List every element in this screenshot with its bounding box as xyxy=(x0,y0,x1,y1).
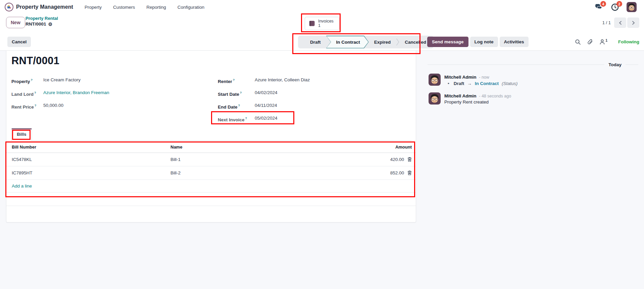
col-name[interactable]: Name xyxy=(170,144,353,150)
form-status-bar: Cancel Draft In Contract Expired Cancell… xyxy=(0,33,644,51)
bill-number-cell[interactable]: IC5478KL xyxy=(6,157,170,162)
send-message-button[interactable]: Send message xyxy=(427,37,468,47)
message-avatar[interactable] xyxy=(429,74,441,86)
chatter-message: Mitchell Admin - now • Draft → In Contra… xyxy=(429,74,517,86)
new-button[interactable]: New xyxy=(6,17,25,28)
stage-cancelled[interactable]: Cancelled xyxy=(399,40,432,45)
message-avatar[interactable] xyxy=(429,92,441,105)
book-icon xyxy=(308,20,315,27)
search-icon xyxy=(575,39,581,45)
field-next-invoice: Next Invoice? 05/02/2024 xyxy=(218,116,278,123)
end-date-label: End Date xyxy=(218,105,238,110)
main-menu: Property Customers Reporting Configurati… xyxy=(85,5,204,10)
tracking-new-value: In Contract xyxy=(475,81,499,86)
message-author[interactable]: Mitchell Admin xyxy=(444,93,477,98)
menu-item-reporting[interactable]: Reporting xyxy=(146,5,166,10)
menu-item-property[interactable]: Property xyxy=(85,5,102,10)
form-content-area: RNT/0001 Property? Ice Cream Factory Lan… xyxy=(0,51,644,289)
activities-button[interactable]: Activities xyxy=(500,37,529,47)
breadcrumb-current: RNT/0001 xyxy=(26,22,46,27)
col-amount[interactable]: Amount xyxy=(353,144,416,150)
stage-in-contract-label: In Contract xyxy=(326,40,369,45)
end-date-value[interactable]: 04/11/2024 xyxy=(255,103,277,108)
avatar-image xyxy=(429,74,441,86)
tracking-old-value: Draft xyxy=(454,81,464,86)
app-logo-icon[interactable] xyxy=(5,3,13,11)
chatter-toolbar: Send message Log note Activities xyxy=(427,37,529,47)
help-icon[interactable]: ? xyxy=(233,78,235,82)
start-date-value[interactable]: 04/02/2024 xyxy=(255,90,278,95)
top-navbar: Property Management Property Customers R… xyxy=(0,0,644,14)
bill-row-1[interactable]: IC5478KL Bill-1 420.00 xyxy=(6,153,416,166)
bill-amount-cell[interactable]: 852.00 xyxy=(390,170,404,175)
field-property: Property? Ice Cream Factory xyxy=(11,77,81,84)
next-invoice-value[interactable]: 05/02/2024 xyxy=(255,116,278,121)
pager-next-button[interactable] xyxy=(627,17,639,28)
messages-menu[interactable]: 4 xyxy=(594,3,603,11)
user-avatar[interactable] xyxy=(627,2,637,12)
message-time: - now xyxy=(479,75,489,80)
land-lord-value-link[interactable]: Azure Interior, Brandon Freeman xyxy=(43,90,109,95)
stage-draft[interactable]: Draft xyxy=(305,40,326,45)
control-panel: New Property Rental RNT/0001 ⚙ Invoices … xyxy=(0,14,644,33)
following-button[interactable]: Following xyxy=(618,39,639,44)
tab-bills[interactable]: Bills xyxy=(11,128,32,141)
follower-count: 1 xyxy=(605,38,607,42)
bill-number-cell[interactable]: IC7895HT xyxy=(6,170,170,175)
log-note-button[interactable]: Log note xyxy=(470,37,498,47)
cancel-button[interactable]: Cancel xyxy=(7,37,31,47)
search-messages-button[interactable] xyxy=(575,39,581,45)
record-title: RNT/0001 xyxy=(11,55,59,67)
bill-amount-cell[interactable]: 420.00 xyxy=(390,157,404,162)
help-icon[interactable]: ? xyxy=(240,91,242,94)
chevron-left-icon xyxy=(618,20,622,25)
invoices-smart-button[interactable]: Invoices 1 xyxy=(305,17,340,30)
activities-menu[interactable]: 2 xyxy=(610,3,619,11)
message-author[interactable]: Mitchell Admin xyxy=(444,75,477,80)
message-body: Property Rent created xyxy=(444,99,511,105)
help-icon[interactable]: ? xyxy=(34,91,36,94)
bullet: • xyxy=(448,81,449,86)
bill-row-2[interactable]: IC7895HT Bill-2 852.00 xyxy=(6,166,416,180)
land-lord-label: Land Lord xyxy=(11,92,34,97)
date-divider: Today xyxy=(428,62,638,67)
invoices-button-count: 1 xyxy=(318,23,320,28)
pager: 1 / 1 xyxy=(602,17,639,28)
pager-previous-button[interactable] xyxy=(614,17,626,28)
followers-button[interactable]: 1 xyxy=(599,39,607,45)
stage-separator-chevron-icon xyxy=(396,38,399,46)
add-line-row: Add a line xyxy=(6,180,416,193)
start-date-label: Start Date xyxy=(218,92,239,97)
gear-icon[interactable]: ⚙ xyxy=(48,22,53,27)
delete-row-button[interactable] xyxy=(407,157,412,162)
help-icon[interactable]: ? xyxy=(31,78,33,82)
stage-expired[interactable]: Expired xyxy=(369,40,396,45)
follower-person-icon xyxy=(599,39,605,45)
field-land-lord: Land Lord? Azure Interior, Brandon Freem… xyxy=(11,90,109,97)
help-icon[interactable]: ? xyxy=(245,117,247,120)
property-management-app: Property Management Property Customers R… xyxy=(0,0,644,289)
invoices-button-label: Invoices xyxy=(318,19,334,24)
menu-item-configuration[interactable]: Configuration xyxy=(178,5,204,10)
delete-row-button[interactable] xyxy=(407,170,412,175)
chatter-message: Mitchell Admin - 48 seconds ago Property… xyxy=(429,92,511,105)
logo-glyph-icon xyxy=(6,4,12,10)
chatter-icons: 1 Following xyxy=(575,37,639,47)
bill-name-cell[interactable]: Bill-2 xyxy=(170,170,353,175)
renter-value[interactable]: Azure Interior, Colleen Diaz xyxy=(255,77,310,83)
add-a-line-link[interactable]: Add a line xyxy=(6,183,32,189)
property-value[interactable]: Ice Cream Factory xyxy=(43,77,81,83)
date-divider-label: Today xyxy=(608,62,622,67)
stage-in-contract-active[interactable]: In Contract xyxy=(326,36,369,48)
attach-files-button[interactable] xyxy=(587,39,593,45)
menu-item-customers[interactable]: Customers xyxy=(113,5,135,10)
breadcrumb-parent-link[interactable]: Property Rental xyxy=(26,16,58,21)
col-bill-number[interactable]: Bill Number xyxy=(6,144,170,150)
bill-name-cell[interactable]: Bill-1 xyxy=(170,157,353,162)
help-icon[interactable]: ? xyxy=(35,104,37,107)
rent-price-value[interactable]: 50,000.00 xyxy=(43,103,63,108)
chatter-thread: Today Mitchell Admin xyxy=(424,51,644,289)
tracking-field-name: (Status) xyxy=(502,81,517,86)
help-icon[interactable]: ? xyxy=(238,104,240,107)
bills-table-header: Bill Number Name Amount xyxy=(6,141,416,153)
